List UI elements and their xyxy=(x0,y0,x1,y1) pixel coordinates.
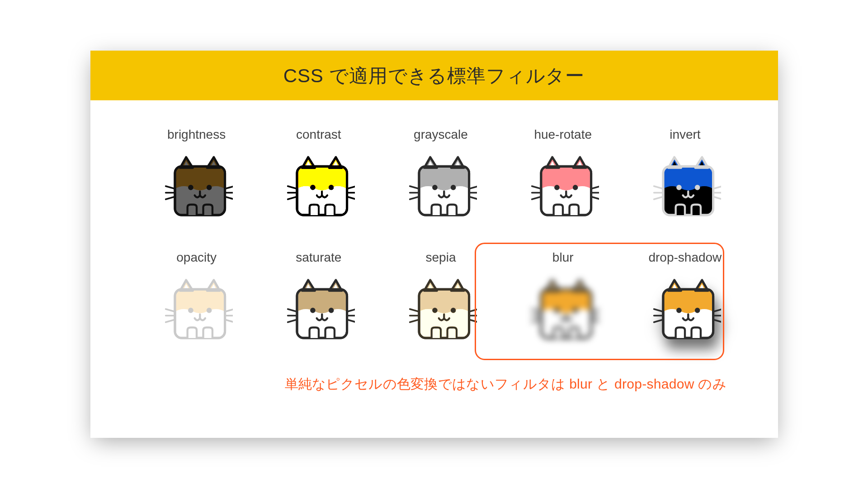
filter-grid: brightnesscontrastgrayscalehue-rotateinv… xyxy=(142,127,740,345)
filter-cell-saturate: saturate xyxy=(264,250,373,345)
filter-label: saturate xyxy=(296,250,341,265)
cat-icon xyxy=(649,273,721,345)
cat-icon xyxy=(527,273,599,345)
cat-icon xyxy=(405,150,477,222)
filter-label: opacity xyxy=(176,250,217,265)
filter-cell-drop-shadow: drop-shadow xyxy=(631,250,739,345)
filter-label: hue-rotate xyxy=(534,127,592,142)
cat-icon xyxy=(649,150,721,222)
filter-cell-opacity: opacity xyxy=(142,250,251,345)
cat-icon xyxy=(283,150,355,222)
filter-cell-grayscale: grayscale xyxy=(387,127,495,222)
filter-label: brightness xyxy=(167,127,226,142)
filter-label: invert xyxy=(670,127,700,142)
filter-label: grayscale xyxy=(414,127,468,142)
filter-label: sepia xyxy=(426,250,456,265)
filter-cell-sepia: sepia xyxy=(387,250,495,345)
filter-cell-brightness: brightness xyxy=(142,127,251,222)
filter-label: blur xyxy=(552,250,574,265)
filter-cell-contrast: contrast xyxy=(264,127,373,222)
cat-icon xyxy=(283,273,355,345)
filter-cell-hue-rotate: hue-rotate xyxy=(509,127,617,222)
filter-label: contrast xyxy=(296,127,341,142)
cat-icon xyxy=(160,150,233,222)
callout-text: 単純なピクセルの色変換ではないフィルタは blur と drop-shadow … xyxy=(285,375,726,394)
filter-cell-blur: blur xyxy=(509,250,617,345)
cat-icon xyxy=(527,150,599,222)
filter-cell-invert: invert xyxy=(631,127,739,222)
cat-icon xyxy=(405,273,477,345)
cat-icon xyxy=(160,273,233,345)
filter-label: drop-shadow xyxy=(648,250,722,265)
slide: CSS で適用できる標準フィルター brightnesscontrastgray… xyxy=(90,51,778,438)
slide-title: CSS で適用できる標準フィルター xyxy=(90,51,778,100)
